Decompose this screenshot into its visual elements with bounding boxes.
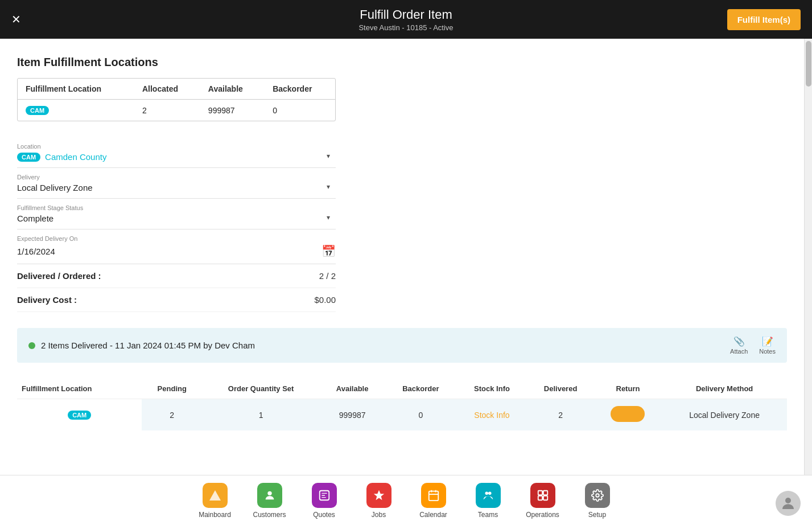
- nav-label-customers: Customers: [253, 511, 286, 519]
- svg-point-5: [485, 492, 488, 495]
- nav-item-customers[interactable]: Customers: [253, 483, 287, 519]
- location-badge: CAM: [17, 153, 40, 162]
- svg-point-6: [488, 492, 492, 495]
- stock-info-link[interactable]: Stock Info: [474, 411, 509, 420]
- chevron-down-icon: ▾: [327, 214, 330, 222]
- svg-point-12: [785, 498, 791, 503]
- row-backorder: 0: [385, 399, 456, 431]
- allocated-value: 2: [134, 100, 200, 121]
- calendar-icon[interactable]: 📅: [321, 244, 336, 258]
- delivery-bar-actions: 📎 Attach 📝 Notes: [730, 336, 776, 355]
- nav-label-jobs: Jobs: [372, 511, 386, 519]
- backorder-value: 0: [265, 100, 335, 121]
- table-row: CAM 2 999987 0: [18, 100, 335, 121]
- scrollbar-thumb[interactable]: [806, 41, 811, 87]
- header-title-block: Fulfill Order Item Steve Austin - 10185 …: [358, 7, 453, 32]
- svg-marker-0: [209, 490, 221, 501]
- scrollbar[interactable]: [804, 39, 812, 475]
- status-value: Complete: [17, 214, 336, 223]
- th-pending: Pending: [142, 379, 202, 399]
- header: ✕ Fulfill Order Item Steve Austin - 1018…: [0, 0, 812, 39]
- location-label: Location: [17, 143, 336, 150]
- delivery-bar: 2 Items Delivered - 11 Jan 2024 01:45 PM…: [17, 328, 787, 363]
- svg-marker-3: [373, 490, 384, 500]
- location-value: CAM Camden County: [17, 152, 336, 162]
- cam-badge: CAM: [26, 106, 49, 115]
- nav-item-teams[interactable]: Teams: [471, 483, 505, 519]
- delivery-value: Local Delivery Zone: [17, 183, 336, 192]
- jobs-icon: [366, 483, 391, 508]
- expected-label: Expected Delivery On: [17, 235, 336, 242]
- chevron-down-icon: ▾: [327, 183, 330, 191]
- page-subtitle: Steve Austin - 10185 - Active: [358, 23, 453, 32]
- col-location: Fulfillment Location: [18, 79, 134, 100]
- svg-rect-8: [543, 491, 547, 495]
- attach-button[interactable]: 📎 Attach: [730, 336, 748, 355]
- content-wrapper: Item Fulfillment Locations Fulfillment L…: [0, 39, 812, 475]
- teams-icon: [476, 483, 501, 508]
- nav-item-calendar[interactable]: Calendar: [417, 483, 451, 519]
- delivered-label: Delivered / Ordered :: [17, 271, 101, 281]
- row-available: 999987: [320, 399, 385, 431]
- status-field[interactable]: Fulfillment Stage Status Complete ▾: [17, 199, 336, 229]
- chevron-down-icon: ▾: [327, 152, 330, 160]
- svg-point-1: [267, 491, 271, 495]
- location-field[interactable]: Location CAM Camden County ▾: [17, 137, 336, 168]
- delivery-label: Delivery: [17, 174, 336, 181]
- nav-label-quotes: Quotes: [313, 511, 335, 519]
- operations-icon: [530, 483, 555, 508]
- main-content: Item Fulfillment Locations Fulfillment L…: [0, 39, 804, 475]
- green-dot-icon: [28, 342, 35, 349]
- section-title: Item Fulfillment Locations: [17, 56, 787, 69]
- setup-icon: [585, 483, 610, 508]
- user-avatar[interactable]: [776, 491, 801, 516]
- fulfill-items-button[interactable]: Fulfill Item(s): [727, 9, 801, 30]
- attach-icon: 📎: [733, 336, 745, 347]
- attach-label: Attach: [730, 348, 748, 355]
- customers-icon: [257, 483, 282, 508]
- date-row: 1/16/2024 📅: [17, 244, 336, 258]
- th-available: Available: [320, 379, 385, 399]
- mainboard-icon: [203, 483, 228, 508]
- row-order-qty: 1: [202, 399, 320, 431]
- col-backorder: Backorder: [265, 79, 335, 100]
- svg-rect-9: [538, 496, 542, 500]
- row-pending: 2: [142, 399, 202, 431]
- svg-point-11: [596, 494, 599, 497]
- notes-icon: 📝: [762, 336, 773, 347]
- notes-button[interactable]: 📝 Notes: [759, 336, 776, 355]
- fulfillment-detail-table: Fulfillment Location Pending Order Quant…: [17, 379, 787, 430]
- nav-label-mainboard: Mainboard: [199, 511, 231, 519]
- row-delivered: 2: [527, 399, 593, 431]
- nav-label-setup: Setup: [588, 511, 606, 519]
- delivery-bar-text: 2 Items Delivered - 11 Jan 2024 01:45 PM…: [28, 341, 255, 350]
- row-cam-badge: CAM: [68, 411, 91, 420]
- return-button[interactable]: [611, 406, 645, 422]
- nav-item-mainboard[interactable]: Mainboard: [198, 483, 232, 519]
- nav-item-operations[interactable]: Operations: [526, 483, 560, 519]
- nav-item-setup[interactable]: Setup: [580, 483, 615, 519]
- notes-label: Notes: [759, 348, 776, 355]
- nav-label-operations: Operations: [526, 511, 559, 519]
- form-fields: Location CAM Camden County ▾ Delivery Lo…: [17, 137, 336, 264]
- bottom-nav: Mainboard Customers Quotes Jobs Calendar…: [0, 475, 812, 525]
- col-available: Available: [200, 79, 265, 100]
- table-row: CAM 2 1 999987 0 Stock Info 2 Local Deli…: [17, 399, 787, 431]
- nav-item-jobs[interactable]: Jobs: [362, 483, 396, 519]
- nav-item-quotes[interactable]: Quotes: [307, 483, 341, 519]
- nav-label-calendar: Calendar: [419, 511, 447, 519]
- svg-rect-7: [538, 491, 542, 495]
- delivered-ordered-row: Delivered / Ordered : 2 / 2: [17, 264, 336, 288]
- row-stock-info[interactable]: Stock Info: [457, 399, 527, 431]
- row-return[interactable]: [594, 399, 662, 431]
- cost-label: Delivery Cost :: [17, 295, 77, 305]
- expected-date-value: 1/16/2024: [17, 247, 55, 256]
- expected-delivery-field[interactable]: Expected Delivery On 1/16/2024 📅: [17, 229, 336, 264]
- th-fulfillment-location: Fulfillment Location: [17, 379, 142, 399]
- th-delivered: Delivered: [527, 379, 593, 399]
- locations-table: Fulfillment Location Allocated Available…: [17, 78, 336, 121]
- delivery-bar-message: 2 Items Delivered - 11 Jan 2024 01:45 PM…: [41, 341, 255, 350]
- delivery-field[interactable]: Delivery Local Delivery Zone ▾: [17, 168, 336, 199]
- close-button[interactable]: ✕: [11, 14, 21, 25]
- th-stock-info: Stock Info: [457, 379, 527, 399]
